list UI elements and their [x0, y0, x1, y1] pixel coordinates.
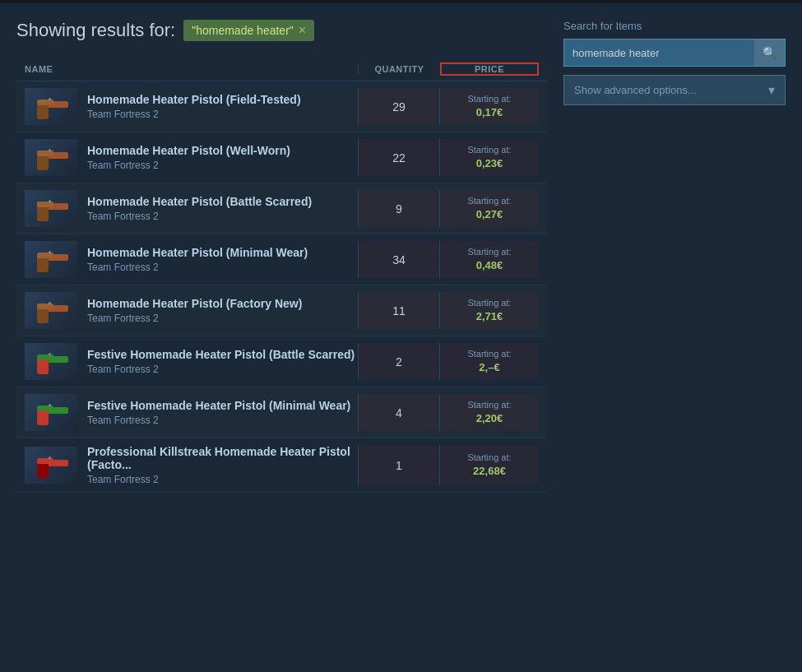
gun-handle: [37, 206, 49, 221]
gun-shape: [30, 350, 72, 374]
item-game: Team Fortress 2: [87, 211, 358, 222]
price-label: Starting at:: [467, 348, 511, 360]
item-name: Homemade Heater Pistol (Minimal Wear): [87, 246, 358, 259]
item-image: [25, 190, 77, 227]
price-label: Starting at:: [467, 195, 511, 207]
item-name: Homemade Heater Pistol (Factory New): [87, 297, 358, 310]
table-row[interactable]: Homemade Heater Pistol (Field-Tested) Te…: [16, 81, 547, 132]
col-header-name: NAME: [25, 64, 358, 74]
search-box-label: Search for Items: [563, 20, 786, 32]
item-price: Starting at: 22,68€: [440, 445, 539, 485]
table-row[interactable]: Professional Killstreak Homemade Heater …: [16, 438, 547, 493]
results-table: NAME QUANTITY PRICE Homemade Heater Pist…: [16, 58, 547, 493]
gun-top: [37, 151, 53, 156]
gun-highlight: [49, 200, 51, 202]
item-game: Team Fortress 2: [87, 364, 358, 375]
advanced-options-label: Show advanced options...: [574, 84, 697, 96]
table-row[interactable]: Festive Homemade Heater Pistol (Battle S…: [16, 336, 547, 387]
items-container: Homemade Heater Pistol (Field-Tested) Te…: [16, 81, 547, 493]
item-game: Team Fortress 2: [87, 109, 358, 120]
item-info: Homemade Heater Pistol (Battle Scarred) …: [87, 195, 358, 222]
price-value: 22,68€: [473, 464, 506, 479]
item-price: Starting at: 2,71€: [440, 292, 539, 329]
gun-highlight: [49, 251, 51, 253]
gun-shape: [30, 248, 72, 272]
col-header-quantity: QUANTITY: [358, 64, 440, 74]
right-panel: Search for Items 🔍 Show advanced options…: [563, 20, 786, 493]
item-name: Homemade Heater Pistol (Battle Scarred): [87, 195, 358, 208]
gun-highlight: [49, 149, 51, 151]
item-quantity: 9: [358, 190, 440, 227]
left-panel: Showing results for: "homemade heater" ×…: [16, 20, 547, 493]
item-name: Festive Homemade Heater Pistol (Battle S…: [87, 348, 358, 361]
gun-top: [37, 406, 53, 411]
search-tag[interactable]: "homemade heater" ×: [183, 20, 314, 41]
item-image: [25, 394, 77, 431]
price-label: Starting at:: [467, 452, 511, 464]
item-name: Homemade Heater Pistol (Well-Worn): [87, 144, 358, 157]
chevron-down-icon: ▾: [768, 82, 775, 98]
search-icon: 🔍: [763, 46, 777, 59]
item-quantity: 2: [358, 343, 440, 380]
item-quantity: 11: [358, 292, 440, 329]
item-quantity: 22: [358, 139, 440, 176]
item-info: Festive Homemade Heater Pistol (Battle S…: [87, 348, 358, 375]
price-value: 0,17€: [476, 105, 503, 120]
search-input-container: 🔍: [563, 39, 786, 67]
item-image: [25, 447, 77, 484]
item-info: Homemade Heater Pistol (Factory New) Tea…: [87, 297, 358, 324]
price-value: 0,27€: [476, 207, 503, 222]
item-quantity: 1: [358, 445, 440, 485]
item-name: Professional Killstreak Homemade Heater …: [87, 445, 358, 471]
item-game: Team Fortress 2: [87, 474, 358, 485]
search-input[interactable]: [564, 40, 754, 66]
results-header: Showing results for: "homemade heater" ×: [16, 20, 547, 41]
gun-highlight: [49, 302, 51, 304]
gun-handle: [37, 257, 49, 272]
item-price: Starting at: 0,23€: [440, 139, 539, 176]
item-price: Starting at: 0,48€: [440, 241, 539, 278]
main-container: Showing results for: "homemade heater" ×…: [0, 3, 802, 509]
gun-shape: [30, 197, 72, 221]
results-label: Showing results for:: [16, 20, 175, 41]
search-tag-text: "homemade heater": [192, 24, 294, 37]
gun-highlight: [49, 456, 51, 459]
item-info: Festive Homemade Heater Pistol (Minimal …: [87, 399, 358, 426]
item-image: [25, 241, 77, 278]
col-header-price: PRICE: [440, 63, 539, 76]
advanced-options-toggle[interactable]: Show advanced options... ▾: [563, 75, 786, 105]
gun-handle: [37, 104, 49, 119]
price-value: 0,48€: [476, 258, 503, 273]
table-row[interactable]: Homemade Heater Pistol (Minimal Wear) Te…: [16, 234, 547, 285]
item-price: Starting at: 2,20€: [440, 394, 539, 431]
gun-highlight: [49, 404, 51, 406]
item-image: [25, 139, 77, 176]
table-row[interactable]: Homemade Heater Pistol (Factory New) Tea…: [16, 285, 547, 336]
item-game: Team Fortress 2: [87, 313, 358, 324]
table-row[interactable]: Festive Homemade Heater Pistol (Minimal …: [16, 387, 547, 438]
price-value: 2,71€: [476, 309, 503, 324]
item-image: [25, 88, 77, 125]
item-price: Starting at: 0,17€: [440, 88, 539, 125]
item-info: Homemade Heater Pistol (Minimal Wear) Te…: [87, 246, 358, 273]
item-info: Homemade Heater Pistol (Field-Tested) Te…: [87, 93, 358, 120]
table-row[interactable]: Homemade Heater Pistol (Well-Worn) Team …: [16, 132, 547, 183]
gun-handle: [37, 308, 49, 323]
table-row[interactable]: Homemade Heater Pistol (Battle Scarred) …: [16, 183, 547, 234]
gun-top: [37, 100, 53, 105]
gun-top: [37, 202, 53, 207]
item-info: Homemade Heater Pistol (Well-Worn) Team …: [87, 144, 358, 171]
item-game: Team Fortress 2: [87, 160, 358, 171]
item-game: Team Fortress 2: [87, 415, 358, 426]
item-image: [25, 292, 77, 329]
gun-shape: [30, 453, 72, 478]
gun-highlight: [49, 98, 51, 100]
search-tag-close-icon[interactable]: ×: [299, 23, 306, 38]
price-value: 2,20€: [476, 411, 503, 426]
item-price: Starting at: 2,–€: [440, 343, 539, 380]
price-label: Starting at:: [467, 297, 511, 309]
gun-top: [37, 253, 53, 258]
gun-top: [37, 458, 53, 464]
search-button[interactable]: 🔍: [754, 39, 785, 66]
item-quantity: 29: [358, 88, 440, 125]
